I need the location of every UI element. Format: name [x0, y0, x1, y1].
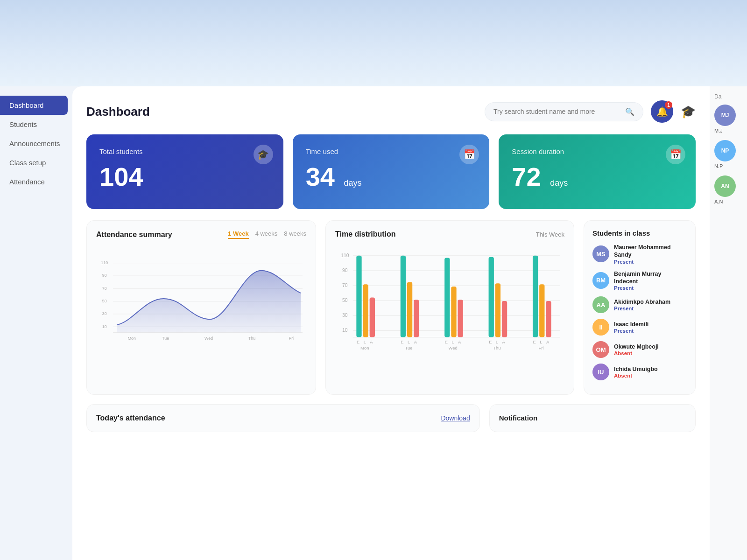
todays-attendance-title: Today's attendance [96, 414, 165, 422]
notification-section: Notification [489, 404, 696, 432]
stat-icon-time-used: 📅 [459, 145, 479, 164]
list-item: MS Maureer Mohammed Sandy Present [592, 244, 687, 265]
search-input[interactable] [493, 108, 621, 115]
notification-title: Notification [499, 414, 538, 422]
stat-card-session-duration: Session duration 72 days 📅 [499, 134, 696, 209]
bar-fri-e [533, 256, 538, 337]
svg-text:Fri: Fri [538, 345, 543, 350]
svg-text:E: E [357, 339, 359, 344]
student-name: Benjamin Murray Indecent [614, 270, 687, 286]
svg-text:Wed: Wed [449, 345, 458, 350]
svg-text:E: E [489, 339, 492, 344]
sidebar: Dashboard Students Announcements Class s… [0, 86, 72, 560]
tab-1-week[interactable]: 1 Week [228, 230, 249, 239]
svg-text:A: A [370, 339, 373, 344]
svg-text:Fri: Fri [289, 336, 294, 341]
student-name: Isaac Idemili [614, 321, 687, 328]
student-status: Present [614, 285, 687, 291]
list-item: BM Benjamin Murray Indecent Present [592, 270, 687, 291]
dist-chart: 110 90 70 50 30 10 [335, 246, 564, 360]
sidebar-item-class-setup[interactable]: Class setup [0, 153, 72, 172]
search-icon: 🔍 [625, 107, 634, 116]
svg-text:90: 90 [102, 273, 107, 278]
svg-text:Thu: Thu [248, 336, 255, 341]
download-button[interactable]: Download [441, 414, 470, 422]
sidebar-item-announcements[interactable]: Announcements [0, 134, 72, 153]
svg-text:70: 70 [342, 283, 348, 288]
avatar: II [592, 319, 609, 336]
dist-chart-period: This Week [536, 231, 564, 238]
bar-thu-l [495, 283, 500, 337]
svg-text:A: A [458, 339, 461, 344]
tab-8-weeks[interactable]: 8 weeks [284, 230, 306, 239]
bar-fri-l [539, 284, 544, 337]
header: Dashboard 🔍 1 🔔 🎓 [86, 100, 696, 123]
avatar: OM [592, 341, 609, 358]
student-status: Present [614, 328, 687, 334]
avatar: MJ [714, 105, 736, 126]
sidebar-item-students[interactable]: Students [0, 115, 72, 134]
svg-text:50: 50 [342, 298, 348, 303]
student-status: Absent [614, 373, 687, 378]
stat-label-time-used: Time used [306, 147, 477, 155]
students-in-class-panel: Students in class MS Maureer Mohammed Sa… [584, 220, 696, 395]
students-panel-title: Students in class [592, 229, 687, 237]
dist-chart-header: Time distribution This Week [335, 230, 564, 238]
bar-mon-e [356, 256, 361, 337]
svg-text:Tue: Tue [162, 336, 169, 341]
bar-tue-e [401, 256, 406, 337]
svg-text:Mon: Mon [128, 336, 136, 341]
svg-text:Thu: Thu [493, 345, 500, 350]
right-panel: Da MJ M.J NP N.P AN A.N [710, 86, 747, 560]
svg-text:90: 90 [342, 268, 348, 273]
avatar: IU [592, 364, 609, 380]
stat-value-total-students: 104 [99, 164, 270, 190]
stat-card-time-used: Time used 34 days 📅 [293, 134, 490, 209]
dist-chart-title: Time distribution [335, 230, 395, 238]
sidebar-item-dashboard[interactable]: Dashboard [0, 96, 68, 115]
header-actions: 🔍 1 🔔 🎓 [485, 100, 696, 123]
svg-text:E: E [401, 339, 403, 344]
stat-icon-session-duration: 📅 [666, 145, 685, 164]
svg-text:Mon: Mon [360, 345, 369, 350]
bar-mon-a [370, 298, 375, 337]
svg-text:Tue: Tue [405, 345, 413, 350]
bar-wed-l [451, 287, 456, 337]
svg-text:L: L [540, 339, 542, 344]
svg-text:30: 30 [342, 313, 348, 318]
page-title: Dashboard [86, 105, 150, 119]
tab-4-weeks[interactable]: 4 weeks [255, 230, 278, 239]
sidebar-item-attendance[interactable]: Attendance [0, 172, 72, 191]
avatar: NP [714, 140, 736, 161]
bar-thu-a [502, 301, 507, 337]
student-name: Okwute Mgbeoji [614, 343, 687, 350]
bar-mon-l [363, 284, 368, 337]
svg-text:E: E [445, 339, 448, 344]
avatar: MS [592, 245, 609, 262]
svg-text:10: 10 [102, 324, 107, 329]
right-panel-label: Da [714, 93, 742, 100]
svg-text:110: 110 [341, 253, 349, 258]
avatar: AA [592, 296, 609, 313]
attendance-chart-header: Attendance summary 1 Week 4 weeks 8 week… [96, 230, 306, 239]
svg-text:70: 70 [102, 286, 107, 291]
student-name: Maureer Mohammed Sandy [614, 244, 687, 259]
svg-text:A: A [414, 339, 417, 344]
svg-text:Wed: Wed [204, 336, 213, 341]
stat-icon-total-students: 🎓 [254, 145, 273, 164]
bar-tue-a [414, 300, 419, 337]
stat-value-session-duration: 72 days [512, 164, 683, 190]
notification-button[interactable]: 1 🔔 [651, 100, 673, 123]
bottom-row: Today's attendance Download Notification [86, 404, 696, 432]
search-bar[interactable]: 🔍 [485, 102, 643, 121]
attendance-chart-tabs: 1 Week 4 weeks 8 weeks [228, 230, 306, 239]
student-name: Ichida Umuigbo [614, 365, 687, 373]
right-name: N.P [714, 163, 742, 169]
svg-text:A: A [546, 339, 550, 344]
student-name: Akidimkpo Abraham [614, 298, 687, 306]
stat-cards: Total students 104 🎓 Time used 34 days 📅… [86, 134, 696, 209]
student-status: Absent [614, 350, 687, 356]
list-item: IU Ichida Umuigbo Absent [592, 364, 687, 380]
graduation-icon[interactable]: 🎓 [681, 105, 696, 119]
bar-wed-e [444, 258, 450, 337]
